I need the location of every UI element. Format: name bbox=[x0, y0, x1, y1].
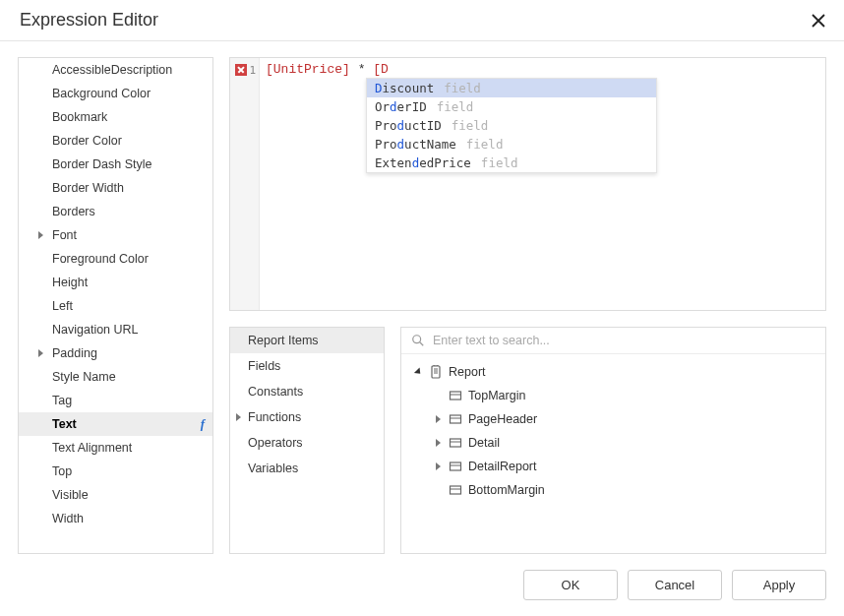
lower-row: Report ItemsFieldsConstantsFunctionsOper… bbox=[229, 327, 826, 554]
items-panel: ReportTopMarginPageHeaderDetailDetailRep… bbox=[400, 327, 826, 554]
expand-icon[interactable] bbox=[433, 439, 443, 447]
tree-node[interactable]: Report bbox=[405, 360, 821, 384]
category-list: Report ItemsFieldsConstantsFunctionsOper… bbox=[230, 328, 384, 481]
dialog-title: Expression Editor bbox=[20, 10, 158, 31]
property-item[interactable]: Width bbox=[19, 507, 212, 530]
svg-rect-6 bbox=[451, 486, 461, 494]
line-number: 1 bbox=[249, 64, 256, 77]
band-icon bbox=[449, 483, 462, 497]
autocomplete-name: OrderID bbox=[375, 99, 427, 114]
autocomplete-name: Discount bbox=[375, 81, 434, 95]
tree-node[interactable]: TopMargin bbox=[405, 384, 821, 407]
tree-node-label: Detail bbox=[468, 436, 500, 450]
category-item[interactable]: Constants bbox=[230, 379, 384, 404]
autocomplete-item[interactable]: Discountfield bbox=[367, 79, 656, 97]
collapse-icon[interactable] bbox=[413, 368, 423, 376]
autocomplete-name: ExtendedPrice bbox=[375, 155, 471, 170]
titlebar: Expression Editor bbox=[0, 0, 844, 41]
band-icon bbox=[449, 460, 462, 473]
svg-rect-3 bbox=[451, 415, 461, 423]
tree-node[interactable]: PageHeader bbox=[405, 407, 821, 431]
tree-node[interactable]: Detail bbox=[405, 431, 821, 455]
close-button[interactable] bbox=[809, 11, 828, 31]
autocomplete-type: field bbox=[466, 137, 504, 152]
svg-rect-1 bbox=[432, 366, 440, 378]
token-operator: * bbox=[350, 62, 373, 77]
report-icon bbox=[429, 365, 443, 379]
tree-node-label: PageHeader bbox=[468, 412, 537, 426]
ok-button[interactable]: OK bbox=[523, 570, 618, 600]
autocomplete-item[interactable]: ExtendedPricefield bbox=[367, 154, 656, 172]
close-icon bbox=[812, 14, 825, 28]
category-item[interactable]: Variables bbox=[230, 456, 384, 481]
category-item[interactable]: Operators bbox=[230, 430, 384, 456]
band-icon bbox=[449, 412, 462, 426]
property-list: AccessibleDescriptionBackground ColorBoo… bbox=[19, 58, 212, 530]
search-input[interactable] bbox=[433, 334, 815, 347]
property-item[interactable]: Navigation URL bbox=[19, 318, 212, 341]
band-icon bbox=[449, 436, 462, 450]
property-item[interactable]: Border Color bbox=[19, 129, 212, 153]
property-item[interactable]: Top bbox=[19, 460, 212, 483]
property-item[interactable]: Border Width bbox=[19, 176, 212, 200]
autocomplete-item[interactable]: OrderIDfield bbox=[367, 97, 656, 116]
tree: ReportTopMarginPageHeaderDetailDetailRep… bbox=[401, 354, 825, 553]
tree-node[interactable]: DetailReport bbox=[405, 455, 821, 478]
property-item[interactable]: Left bbox=[19, 294, 212, 318]
svg-rect-2 bbox=[451, 392, 461, 400]
property-item[interactable]: Visible bbox=[19, 483, 212, 507]
right-column: 1 [UnitPrice] * [D DiscountfieldOrderIDf… bbox=[229, 57, 826, 554]
property-item[interactable]: Border Dash Style bbox=[19, 153, 212, 176]
property-item[interactable]: AccessibleDescription bbox=[19, 58, 212, 82]
code-editor[interactable]: [UnitPrice] * [D DiscountfieldOrderIDfie… bbox=[260, 58, 825, 310]
search-row bbox=[401, 328, 825, 354]
property-item[interactable]: Style Name bbox=[19, 365, 212, 389]
cancel-button[interactable]: Cancel bbox=[628, 570, 722, 600]
autocomplete-item[interactable]: ProductNamefield bbox=[367, 135, 656, 154]
band-icon bbox=[449, 389, 462, 402]
svg-rect-4 bbox=[451, 439, 461, 447]
token-open-bracket: [ bbox=[373, 62, 381, 77]
property-item[interactable]: Foreground Color bbox=[19, 247, 212, 271]
property-item[interactable]: Font bbox=[19, 223, 212, 247]
search-icon bbox=[411, 334, 425, 347]
token-field: [UnitPrice] bbox=[266, 62, 350, 77]
dialog-body: AccessibleDescriptionBackground ColorBoo… bbox=[0, 41, 844, 554]
property-item[interactable]: Height bbox=[19, 271, 212, 294]
property-item[interactable]: Padding bbox=[19, 341, 212, 365]
expand-icon[interactable] bbox=[433, 462, 443, 470]
tree-node-label: Report bbox=[449, 365, 486, 379]
property-item[interactable]: Borders bbox=[19, 200, 212, 223]
category-item[interactable]: Report Items bbox=[230, 328, 384, 353]
autocomplete-type: field bbox=[444, 81, 481, 95]
property-item[interactable]: Text Alignment bbox=[19, 436, 212, 460]
property-item[interactable]: Textf bbox=[19, 412, 212, 436]
property-item[interactable]: Background Color bbox=[19, 82, 212, 105]
tree-node-label: DetailReport bbox=[468, 460, 536, 473]
code-editor-panel: 1 [UnitPrice] * [D DiscountfieldOrderIDf… bbox=[229, 57, 826, 311]
error-icon bbox=[235, 64, 247, 76]
property-panel: AccessibleDescriptionBackground ColorBoo… bbox=[18, 57, 213, 554]
autocomplete-type: field bbox=[452, 118, 489, 133]
autocomplete-item[interactable]: ProductIDfield bbox=[367, 116, 656, 135]
autocomplete-type: field bbox=[481, 155, 518, 170]
tree-node-label: BottomMargin bbox=[468, 483, 545, 497]
autocomplete-type: field bbox=[437, 99, 474, 114]
token-typed: D bbox=[381, 62, 389, 77]
svg-rect-5 bbox=[451, 462, 461, 470]
property-item[interactable]: Bookmark bbox=[19, 105, 212, 129]
category-item[interactable]: Functions bbox=[230, 404, 384, 430]
apply-button[interactable]: Apply bbox=[732, 570, 826, 600]
autocomplete-popup: DiscountfieldOrderIDfieldProductIDfieldP… bbox=[366, 78, 657, 173]
tree-node-label: TopMargin bbox=[468, 389, 525, 402]
formula-icon: f bbox=[201, 416, 205, 432]
footer: OK Cancel Apply bbox=[0, 554, 844, 616]
expand-icon[interactable] bbox=[433, 415, 443, 423]
category-panel: Report ItemsFieldsConstantsFunctionsOper… bbox=[229, 327, 385, 554]
editor-gutter: 1 bbox=[230, 58, 260, 310]
expression-editor-dialog: Expression Editor AccessibleDescriptionB… bbox=[0, 0, 844, 616]
category-item[interactable]: Fields bbox=[230, 353, 384, 379]
property-item[interactable]: Tag bbox=[19, 389, 212, 412]
autocomplete-name: ProductID bbox=[375, 118, 442, 133]
tree-node[interactable]: BottomMargin bbox=[405, 478, 821, 502]
